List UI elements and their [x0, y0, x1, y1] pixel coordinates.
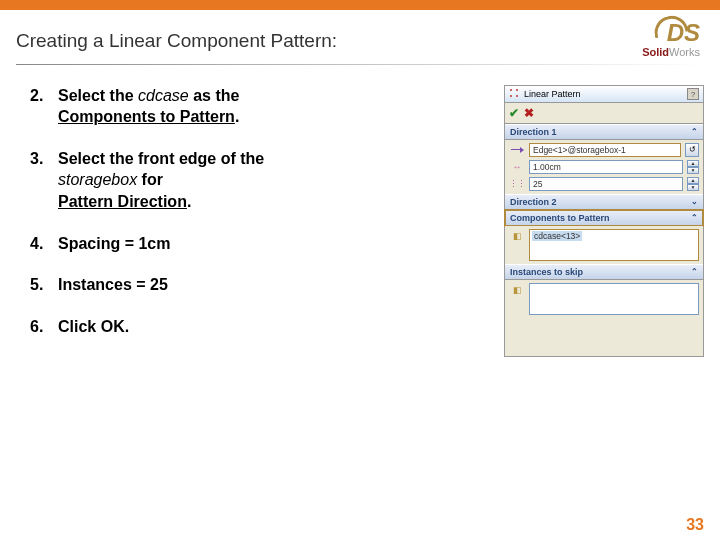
step-number: 2.	[30, 85, 58, 128]
logo-ds-mark: DS	[667, 22, 700, 44]
collapse-icon: ⌃	[691, 213, 698, 222]
instruction-step: 4.Spacing = 1cm	[30, 233, 496, 255]
spacing-icon: ↔	[509, 160, 525, 174]
step-text: Select the front edge of the storagebox …	[58, 148, 496, 213]
step-text: Instances = 25	[58, 274, 496, 296]
section-direction1-header[interactable]: Direction 1 ⌃	[505, 124, 703, 140]
panel-titlebar: Linear Pattern ?	[505, 86, 703, 103]
section-direction1-body: Edge<1>@storagebox-1 ↺ ↔ 1.00cm ▲▼ 25 ▲▼	[505, 140, 703, 194]
instruction-step: 6.Click OK.	[30, 316, 496, 338]
steps-list: 2.Select the cdcase as the Components to…	[30, 85, 496, 358]
cancel-button[interactable]: ✖	[524, 106, 534, 120]
collapse-icon: ⌃	[691, 267, 698, 276]
logo-wordmark: SolidWorks	[642, 46, 700, 58]
skip-icon	[509, 283, 525, 297]
instruction-step: 5.Instances = 25	[30, 274, 496, 296]
step-number: 3.	[30, 148, 58, 213]
property-manager-panel: Linear Pattern ? ✔ ✖ Direction 1 ⌃ Edge<…	[504, 85, 704, 358]
section-skip-label: Instances to skip	[510, 267, 583, 277]
step-text: Spacing = 1cm	[58, 233, 496, 255]
step-number: 6.	[30, 316, 58, 338]
component-item: cdcase<13>	[532, 231, 582, 241]
panel-title-text: Linear Pattern	[524, 89, 581, 99]
component-icon	[509, 229, 525, 243]
panel-confirm-row: ✔ ✖	[505, 103, 703, 124]
step-text: Select the cdcase as the Components to P…	[58, 85, 496, 128]
step-text: Click OK.	[58, 316, 496, 338]
direction-arrow-icon	[509, 143, 525, 157]
step-number: 5.	[30, 274, 58, 296]
solidworks-logo: DS SolidWorks	[642, 22, 700, 58]
section-direction1-label: Direction 1	[510, 127, 557, 137]
section-direction2-label: Direction 2	[510, 197, 557, 207]
expand-icon: ⌄	[691, 197, 698, 206]
top-accent-bar	[0, 0, 720, 10]
instances-input[interactable]: 25	[529, 177, 683, 191]
page-number: 33	[686, 516, 704, 534]
section-skip-body	[505, 280, 703, 318]
ok-button[interactable]: ✔	[509, 106, 519, 120]
section-skip-header[interactable]: Instances to skip ⌃	[505, 264, 703, 280]
section-direction2-header[interactable]: Direction 2 ⌄	[505, 194, 703, 210]
help-button[interactable]: ?	[687, 88, 699, 100]
instruction-step: 2.Select the cdcase as the Components to…	[30, 85, 496, 128]
instances-spinner[interactable]: ▲▼	[687, 177, 699, 191]
instruction-step: 3.Select the front edge of the storagebo…	[30, 148, 496, 213]
linear-pattern-icon	[509, 88, 521, 100]
skip-listbox[interactable]	[529, 283, 699, 315]
section-components-label: Components to Pattern	[510, 213, 610, 223]
section-components-header[interactable]: Components to Pattern ⌃	[505, 210, 703, 226]
slide-title: Creating a Linear Component Pattern:	[16, 22, 337, 52]
spacing-spinner[interactable]: ▲▼	[687, 160, 699, 174]
slide-header: Creating a Linear Component Pattern: DS …	[0, 10, 720, 64]
direction-edge-input[interactable]: Edge<1>@storagebox-1	[529, 143, 681, 157]
section-components-body: cdcase<13>	[505, 226, 703, 264]
components-listbox[interactable]: cdcase<13>	[529, 229, 699, 261]
step-number: 4.	[30, 233, 58, 255]
collapse-icon: ⌃	[691, 127, 698, 136]
instances-icon	[509, 177, 525, 191]
slide-content: 2.Select the cdcase as the Components to…	[0, 65, 720, 358]
reverse-direction-button[interactable]: ↺	[685, 143, 699, 157]
spacing-input[interactable]: 1.00cm	[529, 160, 683, 174]
